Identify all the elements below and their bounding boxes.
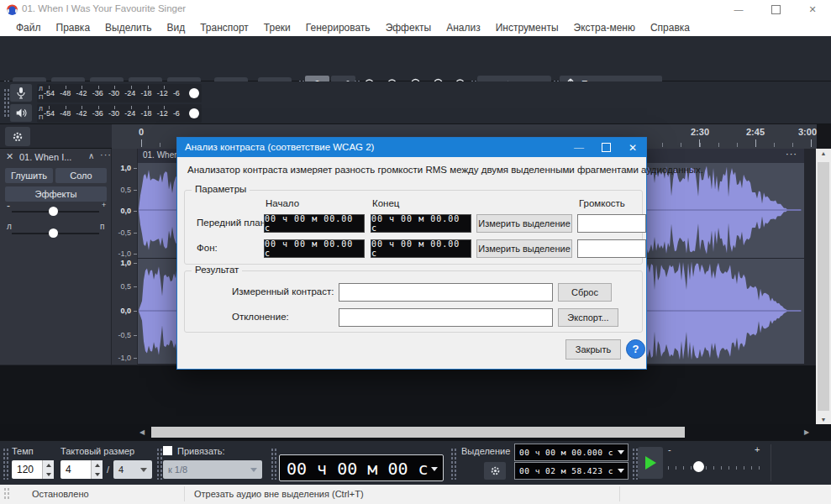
mute-button[interactable]: Глушить (5, 168, 53, 183)
timeline-label-0: 0 (139, 127, 144, 137)
start-column-header: Начало (266, 198, 299, 208)
playback-meter[interactable]: ЛП -54-48-42-36-30-24-18-12-6 (37, 104, 202, 123)
selection-start-field[interactable]: 00 ч 00 м 00.000 с (514, 444, 629, 461)
help-button[interactable]: ? (626, 339, 645, 359)
menu-transport[interactable]: Транспорт (192, 22, 256, 34)
menu-tracks[interactable]: Треки (256, 22, 298, 34)
timeline-options-button[interactable] (5, 127, 30, 146)
scroll-down-icon[interactable]: ▼ (816, 417, 831, 423)
horizontal-scrollbar[interactable]: ◀ ▶ (0, 424, 831, 440)
gain-slider[interactable] (49, 207, 58, 216)
pan-slider[interactable] (49, 228, 58, 238)
solo-button[interactable]: Соло (55, 168, 107, 183)
audio-position-display[interactable]: 00 ч 00 м 00 с (279, 454, 444, 481)
audio-position-value: 00 ч 00 м 00 с (287, 459, 429, 479)
close-button[interactable]: ✕ (794, 0, 831, 18)
close-track-icon[interactable]: ✕ (6, 151, 13, 162)
timeline-label-300: 3:00 (798, 127, 817, 137)
track-name[interactable]: 01. When I... (19, 152, 71, 162)
window-title: 01. When I Was Your Favourite Singer (22, 3, 186, 13)
menu-view[interactable]: Вид (159, 22, 192, 34)
menu-effects[interactable]: Эффекты (378, 22, 439, 34)
track-menu-icon[interactable]: ··· (100, 150, 112, 160)
tempo-spinbox[interactable]: 120 (12, 460, 54, 479)
close-dialog-button[interactable]: Закрыть (565, 339, 621, 360)
selection-end-field[interactable]: 00 ч 02 м 58.423 с (514, 462, 629, 480)
collapse-track-icon[interactable]: ∧ (88, 151, 94, 160)
vertical-scrollbar-thumb[interactable] (818, 162, 829, 411)
deviation-label: Отклонение: (232, 312, 289, 322)
minimize-button[interactable]: — (720, 0, 757, 18)
measured-contrast-field[interactable] (339, 283, 553, 302)
snap-grip[interactable] (156, 448, 162, 480)
meter-scale: -54-48-42-36-30-24-18-12-6 (44, 89, 180, 97)
dialog-title-bar[interactable]: Анализ контраста (соответствие WCAG 2) —… (177, 138, 646, 157)
menu-tools[interactable]: Инструменты (488, 22, 566, 34)
measure-foreground-button[interactable]: Измерить выделение (476, 214, 572, 233)
menu-help[interactable]: Справка (643, 22, 697, 34)
gain-min-label: - (7, 200, 10, 212)
snap-checkbox[interactable] (163, 446, 172, 455)
tempo-down-button[interactable] (43, 470, 54, 479)
vertical-scrollbar[interactable]: ▲ ▼ (816, 149, 831, 424)
horizontal-scrollbar-thumb[interactable] (151, 427, 685, 438)
foreground-volume-field[interactable] (577, 214, 646, 233)
foreground-end-field[interactable]: 00 ч 00 м 00.00 с (371, 214, 471, 233)
speed-slider[interactable] (693, 461, 704, 472)
clip-name: 01. When (143, 150, 179, 160)
menu-generate[interactable]: Генерировать (298, 22, 378, 34)
maximize-button[interactable] (757, 0, 794, 18)
selection-label: Выделение (461, 446, 510, 456)
recording-meter[interactable]: ЛП -54-48-42-36-30-24-18-12-6 (37, 84, 202, 102)
timesig-up-button[interactable] (92, 460, 103, 470)
dialog-maximize-button[interactable] (592, 138, 619, 157)
chevron-down-icon (618, 450, 624, 454)
result-legend: Результат (192, 265, 242, 275)
vertical-scale-ruler[interactable]: 1,0 0,5 0,0 -0,5 -1,0 1,0 0,5 0,0 -0,5 -… (112, 149, 137, 365)
export-button[interactable]: Экспорт... (558, 308, 618, 327)
speed-minus-label: - (668, 444, 671, 454)
time-signature-grip[interactable] (3, 448, 8, 480)
playback-meter-button[interactable] (10, 104, 32, 122)
menu-file[interactable]: Файл (8, 22, 49, 34)
time-toolbar-grip[interactable] (271, 448, 276, 480)
reset-button[interactable]: Сброс (558, 283, 612, 302)
background-end-field[interactable]: 00 ч 00 м 00.00 с (371, 239, 471, 258)
microphone-icon (17, 87, 25, 99)
scroll-left-icon[interactable]: ◀ (139, 428, 145, 436)
tempo-up-button[interactable] (43, 460, 54, 470)
menu-extra[interactable]: Экстра-меню (566, 22, 643, 34)
play-at-speed-button[interactable] (638, 447, 663, 479)
pan-right-label: п (100, 222, 104, 231)
deviation-field[interactable] (339, 308, 553, 327)
play-at-speed-grip[interactable] (632, 448, 638, 480)
scroll-right-icon[interactable]: ▶ (804, 428, 809, 436)
title-bar: 01. When I Was Your Favourite Singer — ✕ (0, 0, 831, 18)
playback-state: Остановлено (32, 489, 89, 499)
timesig-upper-spinbox[interactable]: 4 (60, 460, 103, 479)
selection-options-button[interactable] (484, 462, 506, 480)
clip-menu-icon[interactable]: ··· (786, 149, 797, 159)
gain-max-label: + (102, 201, 106, 209)
bottom-toolbar-dock: Темп 120 Тактовый размер 4 / 4 Привязать… (0, 440, 831, 485)
timesig-lower-combo[interactable]: 4 (113, 460, 152, 479)
record-meter-button[interactable] (10, 84, 32, 102)
menu-select[interactable]: Выделить (97, 22, 159, 34)
measure-background-button[interactable]: Измерить выделение (476, 239, 572, 258)
scroll-up-icon[interactable]: ▲ (816, 150, 831, 156)
dialog-minimize-button: — (565, 138, 592, 157)
menu-edit[interactable]: Правка (49, 22, 98, 34)
background-start-field[interactable]: 00 ч 00 м 00.00 с (264, 239, 365, 258)
background-volume-field[interactable] (577, 239, 646, 258)
audacity-logo-icon (6, 3, 18, 16)
track-control-panel: ✕ 01. When I... ∧ ··· Глушить Соло Эффек… (0, 149, 112, 365)
effects-button[interactable]: Эффекты (5, 186, 107, 202)
selection-toolbar-grip[interactable] (450, 448, 456, 480)
snap-combo[interactable]: к 1/8 (163, 460, 262, 479)
menu-analyze[interactable]: Анализ (439, 22, 488, 34)
meter-toolbar-grip[interactable] (3, 88, 9, 118)
timesig-down-button[interactable] (92, 470, 103, 479)
menu-bar: Файл Правка Выделить Вид Транспорт Треки… (0, 18, 831, 36)
foreground-start-field[interactable]: 00 ч 00 м 00.00 с (264, 214, 365, 233)
dialog-close-button[interactable]: ✕ (619, 138, 646, 157)
